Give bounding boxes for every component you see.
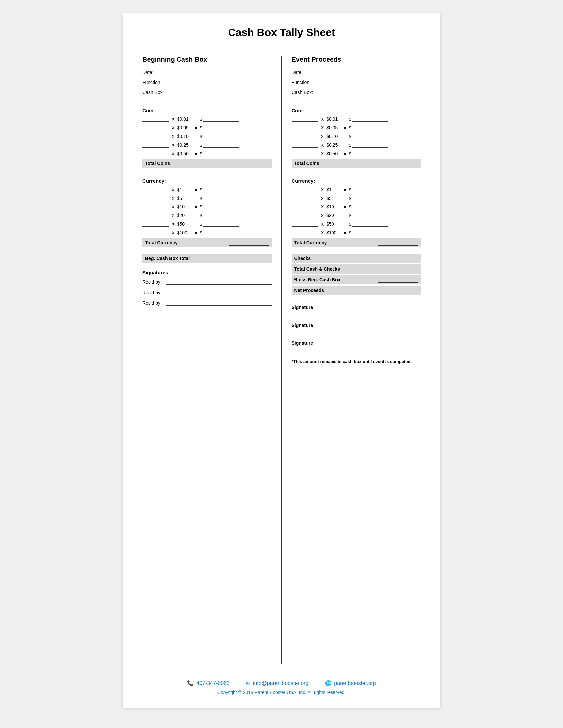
left-sig-line-1[interactable] — [165, 279, 271, 285]
right-curr-row-3: X $10 = $ — [292, 204, 421, 209]
right-curr-qty-3[interactable] — [292, 204, 318, 209]
right-net-proceeds-label: Net Proceeds — [295, 288, 376, 293]
right-denom-2: $0.05 — [326, 125, 341, 130]
right-coin-qty-1[interactable] — [292, 116, 318, 122]
right-dollar-5: $ — [349, 151, 352, 156]
left-cdenom-6: $100 — [177, 230, 192, 235]
right-coin-qty-2[interactable] — [292, 124, 318, 130]
right-camount-6[interactable] — [352, 229, 389, 235]
left-amount-5[interactable] — [203, 150, 239, 156]
right-less-beg-line[interactable] — [378, 277, 418, 283]
right-camount-5[interactable] — [352, 221, 389, 227]
left-curr-qty-4[interactable] — [142, 212, 169, 218]
right-column: Event Proceeds Date: Function: Cash Box:… — [282, 56, 421, 664]
right-curr-qty-5[interactable] — [292, 221, 318, 227]
right-coin-qty-3[interactable] — [292, 133, 318, 139]
left-sig-line-3[interactable] — [165, 300, 271, 306]
left-camount-5[interactable] — [203, 221, 239, 227]
right-net-proceeds-line[interactable] — [378, 287, 418, 293]
left-denom-1: $0.01 — [177, 116, 192, 122]
footer-website-url: parentbooster.org — [334, 680, 376, 686]
right-coin-title: Coin: — [292, 108, 421, 113]
left-camount-4[interactable] — [203, 212, 239, 218]
left-curr-qty-6[interactable] — [142, 229, 169, 235]
right-coin-row-3: X $0.10 = $ — [292, 133, 421, 139]
right-total-cash-checks-line[interactable] — [378, 266, 418, 272]
left-coin-qty-1[interactable] — [142, 116, 169, 122]
right-camount-4[interactable] — [352, 212, 389, 218]
left-camount-6[interactable] — [203, 229, 239, 235]
right-curr-qty-6[interactable] — [292, 229, 318, 235]
right-amount-1[interactable] — [352, 116, 389, 122]
left-total-coins-row: Total Coins — [142, 159, 271, 168]
right-curr-qty-1[interactable] — [292, 186, 318, 192]
right-amount-4[interactable] — [352, 142, 389, 148]
right-sig-line-2[interactable] — [292, 329, 421, 335]
right-amount-2[interactable] — [352, 124, 389, 130]
right-sig-block: Signature Signature Signature — [292, 305, 421, 353]
left-sig-line-2[interactable] — [165, 289, 271, 295]
left-camount-2[interactable] — [203, 195, 239, 201]
left-curr-row-6: X $100 = $ — [142, 229, 271, 235]
left-function-line[interactable] — [171, 79, 271, 85]
right-total-currency-row: Total Currency — [292, 238, 421, 247]
left-curr-row-1: X $1 = $ — [142, 186, 271, 192]
right-sig-line-3[interactable] — [292, 347, 421, 353]
right-coin-qty-5[interactable] — [292, 150, 318, 156]
right-total-currency-label: Total Currency — [295, 240, 376, 245]
left-curr-qty-2[interactable] — [142, 195, 169, 201]
left-coin-qty-4[interactable] — [142, 142, 169, 148]
right-sig-line-1[interactable] — [292, 311, 421, 317]
right-total-coins-line[interactable] — [378, 160, 418, 166]
right-cashbox-row: Cash Box: — [292, 89, 421, 95]
right-date-line[interactable] — [320, 69, 421, 75]
footer-website[interactable]: 🌐 parentbooster.org — [325, 680, 376, 686]
right-camount-1[interactable] — [352, 186, 389, 192]
left-cashbox-line[interactable] — [171, 89, 271, 95]
left-beg-total-line[interactable] — [229, 255, 269, 261]
footer-phone[interactable]: 📞 407-347-0063 — [187, 680, 229, 686]
right-curr-qty-2[interactable] — [292, 195, 318, 201]
left-beg-total-label: Beg. Cash Box Total — [145, 256, 226, 261]
left-dollar-4: $ — [200, 143, 202, 148]
left-amount-4[interactable] — [203, 142, 239, 148]
left-eq-5: = — [195, 151, 197, 156]
right-amount-3[interactable] — [352, 133, 389, 139]
left-x-2: X — [171, 125, 174, 130]
right-x-5: X — [321, 151, 324, 156]
right-function-line[interactable] — [320, 79, 421, 85]
footer-email[interactable]: ✉ info@parentbooster.org — [246, 680, 308, 686]
page: Cash Box Tally Sheet Beginning Cash Box … — [122, 13, 441, 708]
right-cashbox-line[interactable] — [320, 89, 421, 95]
left-camount-3[interactable] — [203, 204, 239, 209]
right-cdollar-5: $ — [349, 222, 352, 227]
right-cdenom-2: $5 — [326, 196, 341, 201]
right-camount-3[interactable] — [352, 204, 389, 209]
left-sig-label-1: Rec'd by: — [142, 279, 165, 285]
right-coin-qty-4[interactable] — [292, 142, 318, 148]
right-total-currency-line[interactable] — [378, 240, 418, 246]
left-amount-2[interactable] — [203, 124, 239, 130]
left-coin-qty-3[interactable] — [142, 133, 169, 139]
left-total-coins-line[interactable] — [229, 160, 269, 166]
left-cdollar-4: $ — [200, 213, 202, 218]
left-sig-section-title: Signatures — [142, 270, 271, 275]
right-cx-2: X — [321, 196, 324, 201]
right-curr-qty-4[interactable] — [292, 212, 318, 218]
right-amount-5[interactable] — [352, 150, 389, 156]
left-curr-qty-5[interactable] — [142, 221, 169, 227]
left-coin-qty-5[interactable] — [142, 150, 169, 156]
left-amount-1[interactable] — [203, 116, 239, 122]
left-curr-qty-3[interactable] — [142, 204, 169, 209]
right-camount-2[interactable] — [352, 195, 389, 201]
left-camount-1[interactable] — [203, 186, 239, 192]
left-sig-label-3: Rec'd by: — [142, 300, 165, 306]
right-denom-3: $0.10 — [326, 134, 341, 139]
left-coin-qty-2[interactable] — [142, 124, 169, 130]
right-checks-line[interactable] — [378, 255, 418, 261]
left-date-line[interactable] — [171, 69, 271, 75]
left-curr-qty-1[interactable] — [142, 186, 169, 192]
left-total-currency-line[interactable] — [229, 240, 269, 246]
left-amount-3[interactable] — [203, 133, 239, 139]
left-cdenom-3: $10 — [177, 204, 192, 209]
